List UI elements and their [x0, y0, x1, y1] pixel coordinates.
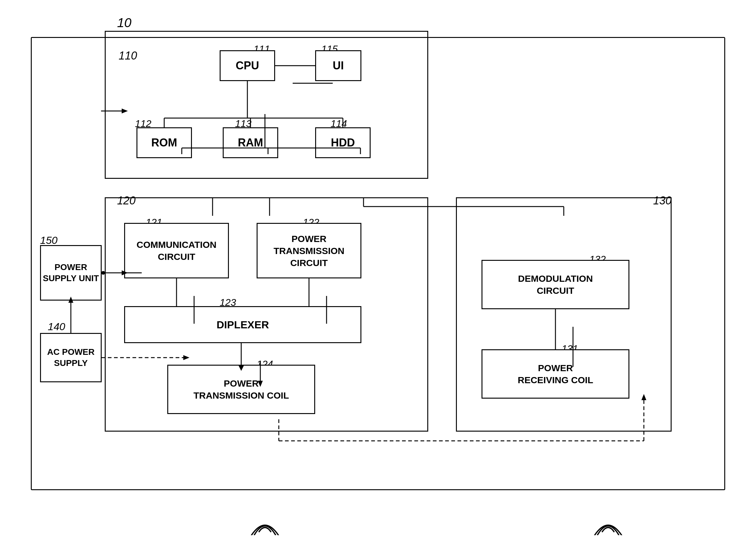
box-110: 111 115 CPU UI 112 113 114 ROM RAM HDD [105, 31, 428, 179]
box-comm: COMMUNICATIONCIRCUIT [124, 223, 229, 278]
wireless-left [246, 510, 284, 536]
box-ui: UI [315, 50, 361, 81]
wireless-right-icon [590, 510, 627, 535]
box-acps: AC POWERSUPPLY [40, 333, 102, 382]
box-hdd: HDD [315, 127, 371, 158]
box-ptcoil: POWERTRANSMISSION COIL [167, 365, 315, 414]
box-psu: POWERSUPPLY UNIT [40, 245, 102, 301]
box-prcoil: POWERRECEIVING COIL [482, 349, 629, 399]
box-130: 132 131 DEMODULATIONCIRCUIT POWERRECEIVI… [456, 197, 672, 432]
box-demod: DEMODULATIONCIRCUIT [482, 260, 629, 309]
box-ptc: POWERTRANSMISSIONCIRCUIT [256, 223, 361, 278]
box-ram: RAM [223, 127, 278, 158]
box-rom: ROM [136, 127, 192, 158]
box-diplexer: DIPLEXER [124, 306, 361, 343]
wireless-left-icon [246, 510, 284, 535]
ref-10: 10 [117, 16, 132, 30]
ref-150: 150 [40, 234, 58, 246]
box-120: 121 122 123 124 COMMUNICATIONCIRCUIT POW… [105, 197, 428, 432]
diagram-container: 10 110 111 115 CPU UI 112 113 114 ROM RA… [12, 12, 744, 546]
ref-140: 140 [48, 321, 65, 333]
wireless-right [590, 510, 627, 536]
box-cpu: CPU [220, 50, 275, 81]
